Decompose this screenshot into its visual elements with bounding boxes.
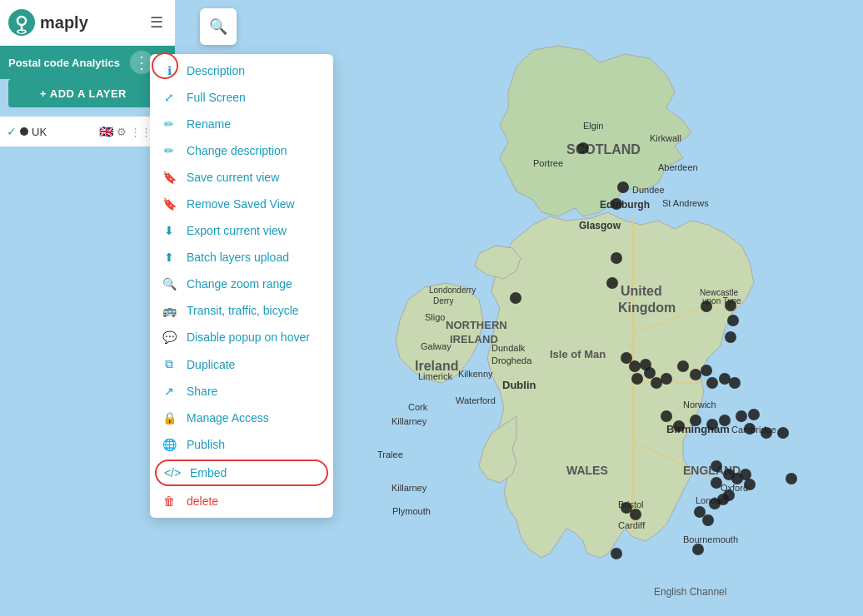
menu-label-fullscreen: Full Screen bbox=[187, 91, 246, 104]
svg-text:United: United bbox=[621, 284, 662, 298]
svg-text:Derry: Derry bbox=[433, 296, 453, 306]
menu-item-rename[interactable]: ✏Rename bbox=[150, 111, 333, 137]
svg-text:Dublin: Dublin bbox=[502, 379, 536, 391]
svg-text:Kingdom: Kingdom bbox=[618, 301, 676, 315]
svg-text:Killarney: Killarney bbox=[392, 416, 427, 426]
layer-flag-icon: 🇬🇧 bbox=[99, 125, 113, 138]
menu-item-zoom-range[interactable]: 🔍Change zoom range bbox=[150, 271, 333, 297]
svg-point-67 bbox=[706, 377, 718, 389]
svg-point-91 bbox=[630, 509, 641, 520]
menu-label-zoom-range: Change zoom range bbox=[187, 277, 292, 291]
menu-icon-export-view: ⬇ bbox=[162, 224, 177, 237]
svg-text:Londonderry: Londonderry bbox=[429, 286, 476, 295]
context-menu: ℹDescription⤢Full Screen✏Rename✏Change d… bbox=[150, 54, 333, 518]
menu-item-remove-saved-view[interactable]: 🔖Remove Saved View bbox=[150, 191, 333, 217]
svg-text:Portree: Portree bbox=[533, 158, 563, 168]
svg-point-85 bbox=[744, 479, 756, 490]
menu-label-remove-saved-view: Remove Saved View bbox=[187, 197, 295, 211]
svg-point-81 bbox=[711, 460, 722, 472]
svg-text:Waterford: Waterford bbox=[456, 395, 496, 405]
menu-icon-share: ↗ bbox=[162, 385, 177, 398]
svg-point-64 bbox=[677, 360, 689, 372]
layer-item: ✓ UK 🇬🇧 ⚙ ⋮⋮ ⋮ bbox=[0, 117, 175, 147]
svg-point-73 bbox=[706, 419, 718, 430]
svg-point-53 bbox=[701, 301, 712, 312]
menu-icon-zoom-range: 🔍 bbox=[162, 277, 177, 291]
menu-label-duplicate: Duplicate bbox=[187, 358, 235, 371]
svg-text:Kilkenny: Kilkenny bbox=[458, 369, 493, 379]
menu-label-batch-upload: Batch layers upload bbox=[187, 251, 289, 264]
svg-text:Drogheda: Drogheda bbox=[491, 355, 532, 365]
logo-text: maply bbox=[40, 13, 88, 32]
svg-point-62 bbox=[651, 377, 662, 389]
menu-icon-delete: 🗑 bbox=[162, 494, 177, 508]
svg-point-49 bbox=[611, 198, 622, 210]
menu-item-export-view[interactable]: ⬇Export current view bbox=[150, 217, 333, 244]
search-icon: 🔍 bbox=[209, 17, 227, 36]
svg-point-71 bbox=[673, 420, 685, 432]
menu-label-description: Description bbox=[187, 64, 245, 77]
menu-item-batch-upload[interactable]: ⬆Batch layers upload bbox=[150, 244, 333, 271]
hamburger-button[interactable]: ☰ bbox=[147, 10, 167, 35]
menu-label-disable-popup: Disable popup on hover bbox=[187, 330, 310, 344]
svg-text:English Channel: English Channel bbox=[654, 586, 726, 598]
menu-item-publish[interactable]: 🌐Publish bbox=[150, 431, 333, 458]
menu-item-disable-popup[interactable]: 💬Disable popup on hover bbox=[150, 324, 333, 350]
menu-item-save-view[interactable]: 🔖Save current view bbox=[150, 164, 333, 191]
svg-text:Galway: Galway bbox=[421, 341, 451, 351]
svg-text:Killarney: Killarney bbox=[392, 483, 427, 493]
svg-point-47 bbox=[577, 142, 589, 154]
svg-point-93 bbox=[702, 514, 714, 526]
menu-item-transit[interactable]: 🚌Transit, traffic, bicycle bbox=[150, 297, 333, 324]
menu-item-change-description[interactable]: ✏Change description bbox=[150, 137, 333, 164]
menu-item-duplicate[interactable]: ⧉Duplicate bbox=[150, 350, 333, 378]
menu-icon-description: ℹ bbox=[162, 64, 177, 77]
menu-item-manage-access[interactable]: 🔒Manage Access bbox=[150, 405, 333, 431]
svg-point-48 bbox=[617, 181, 629, 193]
svg-point-92 bbox=[694, 506, 706, 518]
svg-text:Edinburgh: Edinburgh bbox=[600, 199, 650, 211]
svg-point-63 bbox=[661, 373, 672, 385]
layer-settings-icon[interactable]: ⚙ bbox=[117, 126, 127, 138]
logo: maply bbox=[8, 9, 88, 36]
menu-label-delete: delete bbox=[187, 494, 218, 508]
menu-label-embed: Embed bbox=[190, 466, 227, 479]
svg-text:Norwich: Norwich bbox=[683, 400, 716, 410]
svg-text:Tralee: Tralee bbox=[377, 450, 403, 460]
svg-point-70 bbox=[661, 410, 672, 422]
svg-text:Kirkwall: Kirkwall bbox=[650, 133, 681, 143]
svg-point-65 bbox=[690, 369, 701, 380]
menu-item-delete[interactable]: 🗑delete bbox=[150, 488, 333, 514]
menu-label-export-view: Export current view bbox=[187, 224, 287, 237]
menu-icon-change-description: ✏ bbox=[162, 144, 177, 157]
svg-text:Cardiff: Cardiff bbox=[618, 520, 646, 530]
svg-text:Glasgow: Glasgow bbox=[579, 220, 621, 231]
add-layer-button[interactable]: + ADD A LAYER bbox=[8, 79, 158, 107]
svg-point-50 bbox=[611, 252, 622, 264]
layer-checkbox[interactable]: ✓ bbox=[7, 125, 17, 138]
svg-text:Aberdeen: Aberdeen bbox=[658, 162, 698, 172]
svg-point-61 bbox=[631, 373, 643, 385]
svg-text:Cork: Cork bbox=[408, 402, 428, 412]
svg-point-55 bbox=[727, 315, 739, 326]
menu-item-embed[interactable]: </>Embed bbox=[155, 460, 328, 486]
svg-point-51 bbox=[510, 292, 521, 304]
menu-item-fullscreen[interactable]: ⤢Full Screen bbox=[150, 84, 333, 111]
menu-item-description[interactable]: ℹDescription bbox=[150, 57, 333, 84]
menu-label-transit: Transit, traffic, bicycle bbox=[187, 304, 299, 317]
menu-icon-manage-access: 🔒 bbox=[162, 411, 177, 425]
svg-text:Dundee: Dundee bbox=[632, 185, 665, 195]
logo-icon bbox=[8, 9, 35, 36]
menu-item-share[interactable]: ↗Share bbox=[150, 378, 333, 405]
svg-point-57 bbox=[621, 352, 632, 364]
layer-grid-icon: ⋮⋮ bbox=[130, 126, 152, 138]
svg-point-66 bbox=[701, 365, 712, 376]
svg-point-56 bbox=[725, 331, 736, 343]
menu-icon-remove-saved-view: 🔖 bbox=[162, 197, 177, 211]
search-button[interactable]: 🔍 bbox=[200, 8, 237, 45]
svg-point-69 bbox=[729, 377, 741, 389]
menu-icon-embed: </> bbox=[165, 466, 180, 479]
menu-icon-fullscreen: ⤢ bbox=[162, 91, 177, 104]
svg-point-89 bbox=[717, 494, 729, 505]
svg-point-54 bbox=[725, 300, 736, 311]
